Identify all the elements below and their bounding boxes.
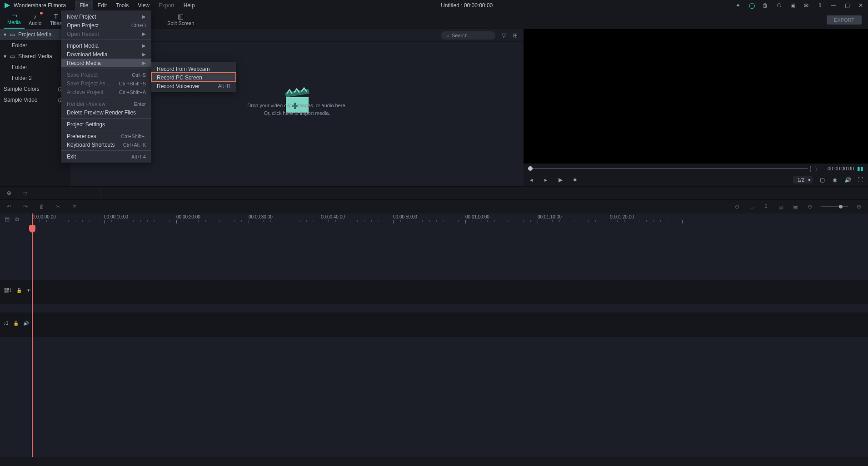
mark-out-icon[interactable]: } bbox=[815, 165, 817, 172]
preview-video[interactable] bbox=[524, 29, 868, 164]
grid-view-icon[interactable]: ⊞ bbox=[512, 32, 519, 39]
visibility-icon[interactable]: 👁 bbox=[26, 288, 31, 293]
sidebar-shared-folder2[interactable]: Folder 2 (0) bbox=[0, 73, 70, 84]
timeline-ruler[interactable]: ▤ ⧉ 00:00:00:0000:00:10:0000:00:20:0000:… bbox=[32, 213, 868, 225]
zoom-slider[interactable] bbox=[821, 206, 848, 207]
menu-item-archive-project[interactable]: Archive ProjectCtrl+Shift+A bbox=[61, 88, 151, 96]
menu-item-keyboard-shortcuts[interactable]: Keyboard ShortcutsCtrl+Alt+K bbox=[61, 140, 151, 149]
title-bar: Wondershare Filmora File Edit Tools View… bbox=[0, 0, 868, 11]
preview-controls: ◂ ▸ ▶ ■ 1/2 ▾ ▢ ◉ 🔊 ⛶ bbox=[524, 174, 868, 186]
preview-time: 00:00:00:00 bbox=[827, 166, 854, 171]
maximize-icon[interactable]: ▢ bbox=[843, 2, 851, 9]
menu-item-delete-preview-render-files[interactable]: Delete Preview Render Files bbox=[61, 108, 151, 117]
empty-track-area[interactable] bbox=[0, 225, 868, 280]
video-track-1[interactable]: 🎬1 🔓 👁 bbox=[0, 280, 868, 304]
sidebar-project-media[interactable]: ▾▭Project Media (0) bbox=[0, 29, 70, 40]
menu-item-save-project-as-[interactable]: Save Project As...Ctrl+Shift+S bbox=[61, 79, 151, 88]
menu-item-open-project[interactable]: Open ProjectCtrl+O bbox=[61, 21, 151, 30]
sidebar-sample-colors[interactable]: Sample Colors (15) bbox=[0, 84, 70, 94]
tab-media[interactable]: ▭ Media bbox=[4, 10, 25, 29]
lock-icon[interactable]: 🔓 bbox=[16, 288, 22, 293]
fullscreen-icon[interactable]: ⛶ bbox=[857, 177, 863, 183]
redo-icon[interactable]: ↷ bbox=[22, 203, 29, 210]
save-icon[interactable]: ▣ bbox=[789, 2, 796, 9]
filter-icon[interactable]: ▽ bbox=[500, 32, 507, 39]
timeline[interactable]: ▤ ⧉ 00:00:00:0000:00:10:0000:00:20:0000:… bbox=[0, 213, 868, 457]
tab-audio[interactable]: ♪ Audio bbox=[25, 11, 45, 29]
render-icon[interactable]: ⊙ bbox=[733, 203, 741, 210]
preview-scrubber[interactable]: { } 00:00:00:00 ▮▮ bbox=[524, 164, 868, 174]
close-icon[interactable]: ✕ bbox=[857, 2, 864, 9]
submenu-item-record-from-webcam[interactable]: Record from Webcam bbox=[151, 64, 236, 73]
marker-icon[interactable]: ◡ bbox=[748, 203, 755, 210]
mute-icon[interactable]: 🔊 bbox=[23, 321, 29, 326]
next-frame-button[interactable]: ▸ bbox=[543, 177, 549, 183]
stop-button[interactable]: ■ bbox=[572, 177, 578, 183]
user-icon[interactable]: ⚇ bbox=[775, 2, 783, 9]
playhead[interactable] bbox=[32, 213, 33, 457]
media-sidebar: ▾▭Project Media (0) Folder (0) ▾▭Shared … bbox=[0, 29, 70, 186]
track-manager-icon[interactable]: ▤ bbox=[5, 216, 10, 223]
app-logo bbox=[4, 2, 11, 9]
menu-edit[interactable]: Edit bbox=[93, 0, 112, 10]
zoom-out-icon[interactable]: ⊖ bbox=[806, 203, 813, 210]
sidebar-shared-folder[interactable]: Folder (0) bbox=[0, 62, 70, 73]
playhead-handle[interactable] bbox=[29, 225, 35, 233]
menu-file[interactable]: File bbox=[75, 0, 93, 10]
menu-item-download-media[interactable]: Download Media▶ bbox=[61, 50, 151, 59]
submenu-item-record-pc-screen[interactable]: Record PC Screen bbox=[151, 73, 236, 81]
play-button[interactable]: ▶ bbox=[557, 177, 564, 183]
link-icon[interactable]: ⧉ bbox=[15, 216, 19, 223]
zoom-handle[interactable] bbox=[839, 205, 843, 208]
menu-item-open-recent[interactable]: Open Recent▶ bbox=[61, 30, 151, 38]
scrubber-handle[interactable] bbox=[528, 166, 533, 171]
menu-tools[interactable]: Tools bbox=[111, 0, 133, 10]
minimize-icon[interactable]: — bbox=[830, 2, 837, 9]
menu-item-project-settings[interactable]: Project Settings bbox=[61, 120, 151, 129]
audio-track-1[interactable]: ♪1 🔓 🔊 bbox=[0, 312, 868, 337]
timeline-label: 00:00:20:00 bbox=[176, 214, 200, 219]
undo-icon[interactable]: ↶ bbox=[5, 203, 13, 210]
voiceover-icon[interactable]: 🎙 bbox=[763, 203, 770, 210]
download-icon[interactable]: ⇩ bbox=[816, 2, 823, 9]
add-media-icon[interactable]: ⊕ bbox=[5, 190, 13, 196]
compass-icon[interactable]: ✦ bbox=[734, 2, 742, 9]
sidebar-shared-media[interactable]: ▾▭Shared Media (0) bbox=[0, 51, 70, 62]
headphones-icon[interactable]: ◯ bbox=[748, 2, 755, 9]
search-input[interactable]: ⌕ Search bbox=[441, 31, 495, 40]
sidebar-project-folder[interactable]: Folder (0) bbox=[0, 40, 70, 51]
tab-split-screen[interactable]: ▥ Split Screen bbox=[162, 11, 200, 29]
audio-track-header: ♪1 🔓 🔊 bbox=[0, 321, 32, 326]
export-button[interactable]: EXPORT bbox=[827, 15, 862, 25]
zoom-in-icon[interactable]: ⊕ bbox=[855, 203, 863, 210]
menu-item-record-media[interactable]: Record Media▶ bbox=[61, 59, 151, 67]
preview-quality-select[interactable]: 1/2 ▾ bbox=[793, 176, 813, 183]
prev-frame-button[interactable]: ◂ bbox=[528, 177, 534, 183]
scrubber-track[interactable] bbox=[528, 168, 808, 169]
trash-icon[interactable]: 🗑 bbox=[762, 2, 769, 9]
menu-item-render-preview[interactable]: Render PreviewEnter bbox=[61, 99, 151, 108]
snapshot-icon[interactable]: ◉ bbox=[832, 177, 838, 183]
menu-item-import-media[interactable]: Import Media▶ bbox=[61, 41, 151, 50]
adjust-icon[interactable]: ≡ bbox=[71, 203, 78, 210]
delete-icon[interactable]: 🗑 bbox=[38, 203, 45, 210]
cut-icon[interactable]: ✂ bbox=[55, 203, 62, 210]
display-icon[interactable]: ▢ bbox=[819, 177, 825, 183]
sidebar-sample-video[interactable]: Sample Video (20) bbox=[0, 94, 70, 105]
menu-help[interactable]: Help bbox=[179, 0, 200, 10]
menu-view[interactable]: View bbox=[133, 0, 154, 10]
folder-add-icon[interactable]: ▭ bbox=[21, 190, 28, 196]
crop-icon[interactable]: ▣ bbox=[792, 203, 799, 210]
mixer-icon[interactable]: ▤ bbox=[777, 203, 784, 210]
volume-icon[interactable]: 🔊 bbox=[844, 177, 851, 183]
divider bbox=[100, 188, 100, 198]
submenu-item-record-voiceover[interactable]: Record VoiceoverAlt+R bbox=[151, 81, 236, 90]
mark-in-icon[interactable]: { bbox=[809, 165, 812, 172]
menu-item-save-project[interactable]: Save ProjectCtrl+S bbox=[61, 70, 151, 79]
menu-item-preferences[interactable]: PreferencesCtrl+Shift+, bbox=[61, 132, 151, 140]
menu-item-exit[interactable]: ExitAlt+F4 bbox=[61, 152, 151, 161]
lock-icon[interactable]: 🔓 bbox=[13, 321, 19, 326]
menu-item-new-project[interactable]: New Project▶ bbox=[61, 12, 151, 21]
message-icon[interactable]: ✉ bbox=[803, 2, 810, 9]
menu-export[interactable]: Export bbox=[154, 0, 179, 10]
